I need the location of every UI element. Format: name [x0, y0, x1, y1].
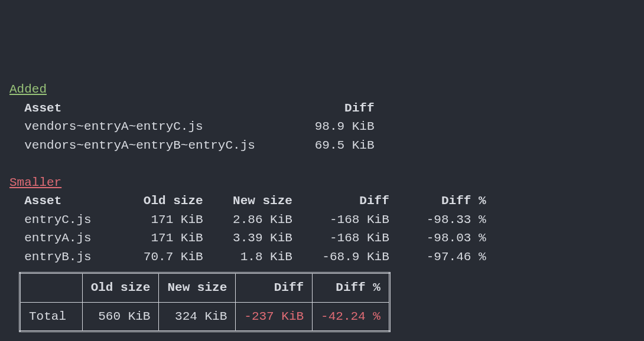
smaller-col-asset: Asset: [24, 194, 113, 208]
added-diff: 69.5 KiB: [285, 139, 374, 152]
smaller-diffpct: -98.03 %: [389, 231, 486, 245]
summary-col-diffpct: Diff %: [313, 273, 390, 303]
smaller-diff: -168 KiB: [292, 213, 389, 227]
smaller-new: 2.86 KiB: [203, 213, 292, 227]
smaller-row: entryC.js 171 KiB 2.86 KiB -168 KiB -98.…: [9, 213, 486, 227]
added-col-diff: Diff: [285, 101, 374, 115]
smaller-old: 171 KiB: [113, 213, 203, 227]
summary-new: 324 KiB: [159, 302, 236, 332]
smaller-col-diff: Diff: [292, 194, 389, 208]
added-asset: vendors~entryA~entryB~entryC.js: [24, 139, 285, 152]
smaller-col-newsize: New size: [203, 194, 292, 208]
added-asset: vendors~entryA~entryC.js: [24, 120, 285, 133]
smaller-row: entryA.js 171 KiB 3.39 KiB -168 KiB -98.…: [9, 231, 486, 245]
summary-diff: -237 KiB: [236, 302, 313, 332]
smaller-table-header: Asset Old size New size Diff Diff %: [9, 194, 486, 208]
summary-col-newsize: New size: [159, 273, 236, 303]
summary-col-oldsize: Old size: [82, 273, 159, 303]
smaller-new: 3.39 KiB: [203, 231, 292, 245]
summary-table: Old size New size Diff Diff % Total 560 …: [19, 272, 391, 332]
smaller-diffpct: -98.33 %: [389, 213, 486, 227]
smaller-asset: entryA.js: [24, 231, 113, 245]
summary-old: 560 KiB: [82, 302, 159, 332]
smaller-diffpct: -97.46 %: [389, 250, 486, 264]
smaller-old: 70.7 KiB: [113, 250, 203, 264]
smaller-row: entryB.js 70.7 KiB 1.8 KiB -68.9 KiB -97…: [9, 250, 486, 264]
added-row: vendors~entryA~entryB~entryC.js 69.5 KiB: [9, 139, 375, 152]
summary-row: Total 560 KiB 324 KiB -237 KiB -42.24 %: [20, 302, 390, 332]
added-diff: 98.9 KiB: [285, 120, 374, 133]
smaller-asset: entryC.js: [24, 213, 113, 227]
summary-col-diff: Diff: [236, 273, 313, 303]
smaller-old: 171 KiB: [113, 231, 203, 245]
section-heading-smaller: Smaller: [9, 176, 61, 189]
added-col-asset: Asset: [24, 101, 285, 115]
summary-empty-header: [20, 273, 83, 303]
summary-diffpct: -42.24 %: [313, 302, 390, 332]
smaller-new: 1.8 KiB: [203, 250, 292, 264]
summary-header-row: Old size New size Diff Diff %: [20, 273, 390, 303]
section-heading-added: Added: [9, 83, 47, 96]
added-row: vendors~entryA~entryC.js 98.9 KiB: [9, 120, 375, 133]
smaller-col-oldsize: Old size: [113, 194, 203, 208]
summary-row-label: Total: [20, 302, 83, 332]
smaller-diff: -68.9 KiB: [292, 250, 389, 264]
smaller-asset: entryB.js: [24, 250, 113, 264]
added-table-header: Asset Diff: [9, 101, 375, 115]
smaller-col-diffpct: Diff %: [389, 194, 486, 208]
smaller-diff: -168 KiB: [292, 231, 389, 245]
